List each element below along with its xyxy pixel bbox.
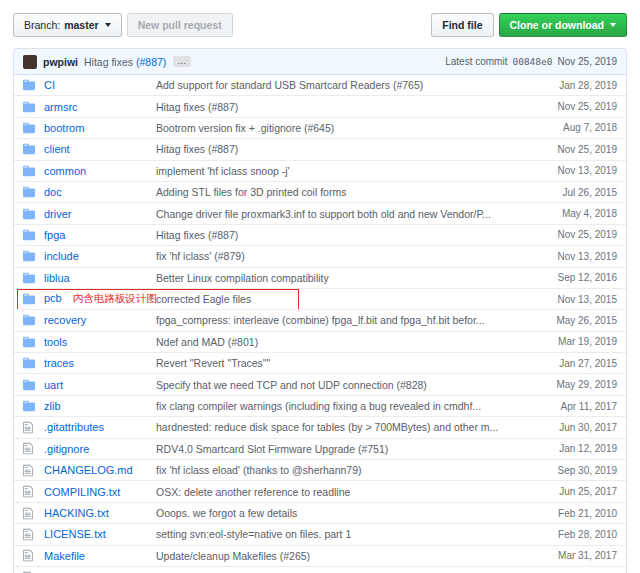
- file-name-cell: traces: [44, 357, 156, 369]
- commit-message-link[interactable]: Revert "Revert "Traces"": [156, 357, 270, 369]
- file-name-link[interactable]: include: [44, 250, 79, 262]
- file-name-link[interactable]: CHANGELOG.md: [44, 464, 133, 476]
- commit-message-link[interactable]: fix 'hf iclass eload' (thanks to @sherha…: [156, 464, 362, 476]
- file-name-link[interactable]: Makefile: [44, 550, 85, 562]
- commit-message-link[interactable]: Bootrom version fix + .gitignore (#645): [156, 122, 334, 134]
- file-type-cell: [14, 378, 44, 392]
- file-name-link[interactable]: .gitignore: [44, 443, 89, 455]
- file-icon: [23, 485, 33, 498]
- table-row: Makefile Update/cleanup Makefiles (#265)…: [14, 545, 626, 566]
- file-name-link[interactable]: bootrom: [44, 122, 84, 134]
- commit-message-link[interactable]: fix clang compiler warnings (including f…: [156, 400, 481, 412]
- file-name-cell: fpga: [44, 229, 156, 241]
- table-row: CI Add support for standard USB Smartcar…: [14, 75, 626, 95]
- folder-icon: [23, 292, 35, 306]
- file-name-link[interactable]: LICENSE.txt: [44, 528, 106, 540]
- commit-message-cell: Hitag fixes (#887): [156, 101, 533, 113]
- commit-message-link[interactable]: corrected Eagle files: [156, 293, 251, 305]
- table-row: common implement 'hf iclass snoop -j' No…: [14, 160, 626, 181]
- commit-message-link[interactable]: Ooops. we forgot a few details: [156, 507, 297, 519]
- commit-date: Nov 25, 2019: [533, 229, 626, 240]
- avatar[interactable]: [23, 55, 37, 69]
- clone-or-download-button[interactable]: Clone or download: [499, 13, 628, 37]
- commit-date: Jan 28, 2019: [533, 80, 626, 91]
- file-type-cell: [14, 292, 44, 306]
- commit-message-link[interactable]: Update/cleanup Makefiles (#265): [156, 550, 310, 562]
- commit-message-link[interactable]: OSX: delete another reference to readlin…: [156, 486, 350, 498]
- file-type-cell: [14, 442, 44, 455]
- file-type-cell: [14, 185, 44, 199]
- commit-message-link[interactable]: RDV4.0 Smartcard Slot Firmware Upgrade (…: [156, 443, 388, 455]
- file-type-cell: [14, 249, 44, 263]
- file-table: CI Add support for standard USB Smartcar…: [14, 75, 626, 573]
- table-row: liblua Better Linux compilation compatib…: [14, 267, 626, 288]
- commit-author-link[interactable]: pwpiwi: [43, 56, 78, 68]
- file-name-link[interactable]: liblua: [44, 272, 70, 284]
- branch-select-button[interactable]: Branch: master: [13, 13, 122, 37]
- file-type-cell: [14, 164, 44, 178]
- commit-message-cell: Ndef and MAD (#801): [156, 336, 533, 348]
- file-type-cell: [14, 228, 44, 242]
- commit-message-link[interactable]: Hitag fixes (#887): [156, 143, 238, 155]
- file-name-link[interactable]: uart: [44, 379, 63, 391]
- commit-message-link[interactable]: Hitag fixes (#887): [84, 56, 166, 68]
- commit-message-link[interactable]: fpga_compress: interleave (combine) fpga…: [156, 314, 485, 326]
- commit-message-link[interactable]: Adding STL files for 3D printed coil for…: [156, 186, 346, 198]
- file-type-cell: [14, 100, 44, 114]
- file-name-link[interactable]: CI: [44, 79, 55, 91]
- commit-message-link[interactable]: fix 'hf iclass' (#879): [156, 250, 245, 262]
- file-name-link[interactable]: driver: [44, 208, 72, 220]
- commit-message-cell: fpga_compress: interleave (combine) fpga…: [156, 314, 533, 326]
- clone-or-download-label: Clone or download: [510, 19, 605, 31]
- folder-icon: [23, 121, 35, 135]
- file-name-link[interactable]: doc: [44, 186, 62, 198]
- commit-message-cell: Change driver file proxmark3.inf to supp…: [156, 208, 533, 220]
- file-name-link[interactable]: COMPILING.txt: [44, 486, 120, 498]
- file-name-cell: LICENSE.txt: [44, 528, 156, 540]
- file-icon: [23, 549, 33, 562]
- chevron-down-icon: [610, 23, 616, 27]
- folder-icon: [23, 313, 35, 327]
- file-name-link[interactable]: armsrc: [44, 101, 78, 113]
- commit-message-link[interactable]: hardnested: reduce disk space for tables…: [156, 421, 498, 433]
- commit-hash-link[interactable]: 00848e0: [512, 56, 552, 67]
- commit-message-link[interactable]: Change driver file proxmark3.inf to supp…: [156, 208, 491, 220]
- find-file-button[interactable]: Find file: [431, 13, 493, 37]
- folder-icon: [23, 228, 35, 242]
- file-name-link[interactable]: common: [44, 165, 86, 177]
- file-name-link[interactable]: .gitattributes: [44, 421, 104, 433]
- table-row: CHANGELOG.md fix 'hf iclass eload' (than…: [14, 459, 626, 480]
- new-pull-request-button[interactable]: New pull request: [127, 13, 233, 37]
- chevron-down-icon: [105, 23, 111, 27]
- commit-message-link[interactable]: Add support for standard USB Smartcard R…: [156, 79, 423, 91]
- file-name-link[interactable]: zlib: [44, 400, 61, 412]
- table-row: include fix 'hf iclass' (#879) Nov 13, 2…: [14, 245, 626, 266]
- commit-message-link[interactable]: setting svn:eol-style=native on files. p…: [156, 528, 351, 540]
- commit-message-link[interactable]: Hitag fixes (#887): [156, 101, 238, 113]
- commit-message-cell: Bootrom version fix + .gitignore (#645): [156, 122, 533, 134]
- commit-date: Jun 25, 2017: [533, 486, 626, 497]
- commit-message-link[interactable]: Hitag fixes (#887): [156, 229, 238, 241]
- table-row: LICENSE.txt setting svn:eol-style=native…: [14, 523, 626, 544]
- file-name-link[interactable]: HACKING.txt: [44, 507, 109, 519]
- file-name-link[interactable]: client: [44, 143, 70, 155]
- commit-issue-link[interactable]: (#887): [136, 56, 166, 68]
- branch-label: Branch:: [24, 19, 60, 31]
- commit-message-link[interactable]: Better Linux compilation compatibility: [156, 272, 329, 284]
- commit-message-link[interactable]: Ndef and MAD (#801): [156, 336, 258, 348]
- table-row: HACKING.txt Ooops. we forgot a few detai…: [14, 502, 626, 523]
- commit-message-link[interactable]: implement 'hf iclass snoop -j': [156, 165, 290, 177]
- file-name-link[interactable]: pcb: [44, 292, 62, 304]
- file-name-link[interactable]: tools: [44, 336, 67, 348]
- commit-message-expander-button[interactable]: …: [173, 56, 191, 67]
- commit-message-text: Hitag fixes: [84, 56, 133, 68]
- table-row: uart Specify that we need TCP and not UD…: [14, 373, 626, 394]
- commit-message-link[interactable]: Specify that we need TCP and not UDP con…: [156, 379, 427, 391]
- file-name-link[interactable]: fpga: [44, 229, 65, 241]
- file-name-link[interactable]: recovery: [44, 314, 86, 326]
- file-icon: [23, 528, 33, 541]
- file-name-link[interactable]: traces: [44, 357, 74, 369]
- file-name-cell: .gitignore: [44, 443, 156, 455]
- file-name-cell: pcb 内含电路板设计图: [44, 292, 156, 306]
- file-name-cell: Makefile: [44, 550, 156, 562]
